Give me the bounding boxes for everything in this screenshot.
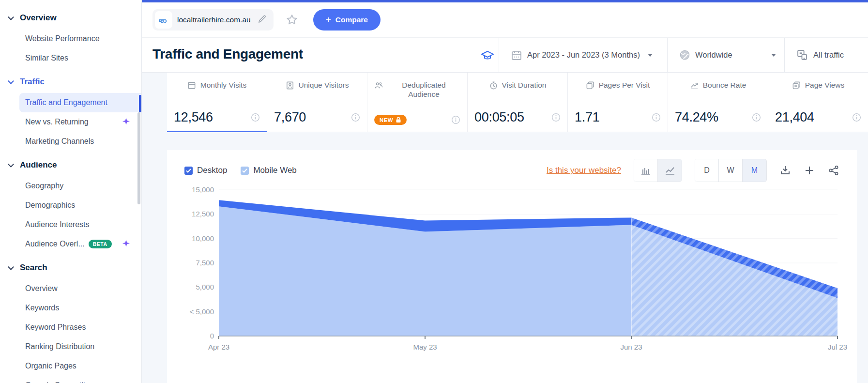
domain-name: localtrailerhire.com.au (177, 15, 251, 24)
header-divider (667, 38, 668, 72)
sidebar: OverviewWebsite PerformanceSimilar Sites… (0, 0, 142, 383)
chevron-down-icon (771, 54, 776, 57)
granularity-m-button[interactable]: M (743, 159, 766, 182)
section-header-traffic[interactable]: Traffic (0, 71, 141, 93)
granularity-w-button[interactable]: W (719, 159, 743, 182)
metric-label: Visit Duration (474, 80, 561, 101)
chevron-down-icon (8, 264, 14, 270)
metric-card-deduplicated-audience[interactable]: Deduplicated AudienceNEW (367, 73, 468, 132)
y-axis-label: 0 (210, 332, 214, 340)
line-chart-toggle[interactable] (658, 159, 682, 182)
sidebar-item-organic-competitors[interactable]: Organic Competitors (0, 376, 141, 383)
info-icon[interactable] (251, 113, 260, 122)
section-header-audience[interactable]: Audience (0, 154, 141, 176)
metrics-row: Monthly Visits12,546Unique Visitors7,670… (167, 73, 868, 132)
plus-icon: + (326, 15, 331, 25)
id-card-icon (286, 81, 295, 90)
selected-item-indicator (139, 95, 141, 112)
header-divider (784, 38, 785, 72)
section-header-overview[interactable]: Overview (0, 7, 141, 29)
metric-card-page-views[interactable]: Page Views21,404 (768, 73, 868, 132)
sidebar-item-audience-overl-[interactable]: Audience Overl...BETA (0, 234, 141, 254)
bar-chart-icon (640, 166, 651, 175)
sidebar-item-website-performance[interactable]: Website Performance (0, 29, 141, 48)
info-icon[interactable] (652, 113, 661, 122)
bar-chart-toggle[interactable] (634, 159, 658, 182)
pages-icon (586, 81, 595, 90)
metric-value-row: 74.24% (675, 110, 761, 125)
calendar-icon (511, 49, 522, 61)
x-axis-label: Jun 23 (620, 343, 642, 351)
sparkle-icon (122, 240, 130, 247)
sidebar-section-search: SearchOverviewKeywordsKeyword PhrasesRan… (0, 257, 141, 383)
sidebar-item-keywords[interactable]: Keywords (0, 298, 141, 318)
mobile-web-checkbox[interactable]: Mobile Web (241, 166, 296, 175)
sidebar-scrollbar[interactable] (137, 112, 140, 204)
info-icon[interactable] (752, 113, 761, 122)
sidebar-item-geography[interactable]: Geography (0, 176, 141, 196)
domain-chip[interactable]: localtrailerhire.com.au (152, 9, 274, 31)
section-header-search[interactable]: Search (0, 257, 141, 279)
info-icon[interactable] (852, 113, 861, 122)
learn-graduation-cap-icon[interactable] (481, 49, 494, 64)
chevron-down-icon (648, 54, 653, 57)
sidebar-item-marketing-channels[interactable]: Marketing Channels (0, 132, 141, 151)
compare-button[interactable]: + Compare (313, 9, 381, 31)
info-icon[interactable] (351, 113, 360, 122)
chart-controls: Desktop Mobile Web Is this your website? (167, 150, 857, 180)
traffic-filter-selector[interactable]: All traffic (796, 38, 844, 72)
top-bar: localtrailerhire.com.au + Compare (142, 2, 868, 38)
chart-type-toggle (634, 159, 682, 182)
metric-value: 74.24% (675, 110, 718, 125)
sidebar-item-audience-interests[interactable]: Audience Interests (0, 215, 141, 234)
share-icon[interactable] (828, 165, 839, 176)
sparkle-icon (122, 118, 130, 125)
download-icon[interactable] (779, 165, 791, 176)
sidebar-item-demographics[interactable]: Demographics (0, 196, 141, 215)
metric-label: Page Views (775, 80, 861, 101)
edit-domain-icon[interactable] (258, 15, 267, 26)
y-axis-label: 12,500 (192, 210, 214, 218)
traffic-sources-icon (796, 49, 808, 61)
metric-card-bounce-rate[interactable]: Bounce Rate74.24% (668, 73, 768, 132)
chevron-down-icon (8, 78, 14, 84)
metric-value: 12,546 (174, 110, 213, 125)
sidebar-item-traffic-and-engagement[interactable]: Traffic and Engagement (19, 93, 141, 112)
desktop-checkbox[interactable]: Desktop (184, 166, 227, 175)
is-this-your-website-link[interactable]: Is this your website? (547, 166, 621, 175)
sidebar-section-audience: AudienceGeographyDemographicsAudience In… (0, 154, 141, 254)
info-icon[interactable] (451, 115, 460, 124)
metric-card-monthly-visits[interactable]: Monthly Visits12,546 (167, 73, 267, 132)
x-axis-label: May 23 (413, 343, 437, 351)
metric-value-row: 7,670 (274, 110, 360, 125)
x-axis-label: Apr 23 (208, 343, 229, 351)
metric-card-pages-per-visit[interactable]: Pages Per Visit1.71 (568, 73, 668, 132)
metric-value: 1.71 (575, 110, 599, 125)
metric-card-visit-duration[interactable]: Visit Duration00:05:05 (468, 73, 568, 132)
lock-icon (396, 117, 401, 123)
chevron-down-icon (8, 14, 14, 20)
region-selector[interactable]: Worldwide (679, 38, 776, 72)
new-badge: NEW (374, 115, 407, 125)
add-to-dashboard-icon[interactable] (804, 165, 815, 176)
sidebar-item-overview[interactable]: Overview (0, 279, 141, 298)
metric-card-unique-visitors[interactable]: Unique Visitors7,670 (267, 73, 367, 132)
metric-value: 00:05:05 (474, 110, 524, 125)
sidebar-item-ranking-distribution[interactable]: Ranking Distribution (0, 337, 141, 356)
sidebar-item-new-vs-returning[interactable]: New vs. Returning (0, 112, 141, 132)
granularity-d-button[interactable]: D (695, 159, 719, 182)
sidebar-item-similar-sites[interactable]: Similar Sites (0, 48, 141, 68)
date-range-selector[interactable]: Apr 2023 - Jun 2023 (3 Months) (511, 38, 653, 72)
metric-value: 7,670 (274, 110, 306, 125)
line-chart-icon (665, 166, 675, 175)
trailer-icon (158, 14, 169, 26)
favorite-star-icon[interactable] (285, 13, 299, 27)
traffic-chart[interactable]: Apr 23May 23Jun 23Jul 2315,00012,50010,0… (180, 186, 857, 356)
metric-value-row: 21,404 (775, 110, 861, 125)
page-header: Traffic and Engagement Apr 2023 - Jun 20… (142, 38, 868, 73)
sidebar-item-organic-pages[interactable]: Organic Pages (0, 356, 141, 376)
metric-label: Monthly Visits (174, 80, 260, 101)
info-icon[interactable] (551, 113, 561, 122)
calendar-icon (187, 81, 197, 90)
sidebar-item-keyword-phrases[interactable]: Keyword Phrases (0, 318, 141, 337)
